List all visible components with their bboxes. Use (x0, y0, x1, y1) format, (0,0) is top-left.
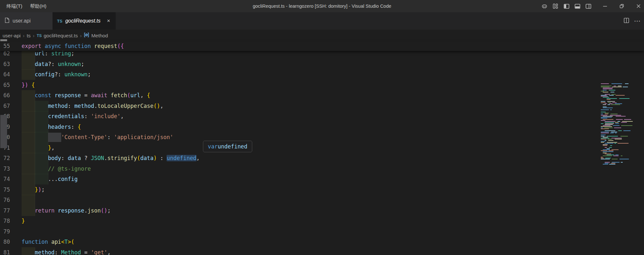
code-line-67[interactable]: 67method: method.toLocaleUpperCase(), (0, 101, 599, 111)
tab-label: user.api (13, 18, 31, 24)
line-number[interactable]: 55 (0, 42, 10, 51)
line-number[interactable]: 74 (0, 174, 10, 184)
code-line-63[interactable]: 63data?: unknown; (0, 59, 599, 70)
indent-guide-band (35, 101, 48, 111)
close-icon[interactable] (633, 0, 644, 12)
menubar: 终端(T) 帮助(H) (0, 2, 50, 11)
breadcrumb-separator: › (80, 33, 82, 38)
code-line-75[interactable]: 75}); (0, 184, 599, 195)
code-text: } (22, 216, 25, 226)
breadcrumb: user-api › ts › TS gocliRequest.ts › Met… (0, 30, 644, 42)
line-number[interactable]: 77 (0, 205, 10, 216)
indent-guide-band (35, 122, 48, 132)
code-line-66[interactable]: 66const response = await fetch(url, { (0, 90, 599, 101)
code-text: 'Content-Type': 'application/json' (61, 132, 173, 143)
tab-goclirequest[interactable]: TS gocliRequest.ts × (53, 12, 116, 30)
titlebar: 终端(T) 帮助(H) gocliRequest.ts - learngozer… (0, 0, 644, 12)
code-text: method: method.toLocaleUpperCase(), (48, 101, 163, 111)
code-line-69[interactable]: 69headers: { (0, 122, 599, 132)
split-editor-icon[interactable] (623, 17, 630, 25)
code-line-78[interactable]: 78} (0, 216, 599, 226)
indent-guide-band (22, 184, 35, 195)
panel-left-icon[interactable] (561, 0, 572, 12)
code-line-77[interactable]: 77return response.json(); (0, 205, 599, 216)
code-text: method: Method = 'get', (35, 247, 111, 255)
tab-close-icon[interactable]: × (106, 18, 111, 24)
code-text: headers: { (48, 122, 81, 132)
indent-guide-band (22, 164, 35, 174)
code-line-81[interactable]: 81method: Method = 'get', (0, 247, 599, 255)
breadcrumb-separator: › (33, 33, 34, 38)
code-line-55[interactable]: 55export async function request({ (0, 42, 599, 51)
line-number[interactable]: 80 (0, 237, 10, 247)
line-number[interactable]: 63 (0, 59, 10, 70)
indent-guide-band (22, 122, 35, 132)
indent-guide-band (35, 153, 48, 164)
line-number[interactable]: 79 (0, 226, 10, 237)
line-number[interactable]: 65 (0, 80, 10, 90)
code-text: }); (35, 184, 45, 195)
breadcrumb-item-ts-folder[interactable]: ts (27, 33, 31, 39)
line-number[interactable]: 78 (0, 216, 10, 226)
indent-guide-band (35, 164, 48, 174)
panel-bottom-icon[interactable] (572, 0, 583, 12)
customize-layout-icon[interactable] (550, 0, 561, 12)
scrollbar-top-mark (0, 39, 7, 41)
code-editor[interactable]: 62url: string;63data?: unknown;64config?… (0, 42, 644, 255)
code-line-71[interactable]: 71}, (0, 143, 599, 153)
code-line-65[interactable]: 65}) { (0, 80, 599, 90)
code-text: body: data ? JSON.stringify(data) : unde… (48, 153, 200, 164)
tab-user-api[interactable]: user.api (0, 12, 53, 30)
line-number[interactable]: 67 (0, 101, 10, 111)
panel-right-icon[interactable] (583, 0, 594, 12)
tooltip-value: undefined (218, 143, 247, 150)
menu-help[interactable]: 帮助(H) (27, 2, 50, 11)
ts-icon: TS (57, 19, 62, 24)
tab-label: gocliRequest.ts (65, 18, 101, 24)
minimap[interactable] (599, 83, 636, 255)
indent-guide-band (22, 174, 35, 184)
indent-guide-band (22, 143, 35, 153)
breadcrumb-item-symbol[interactable]: Method (84, 32, 108, 39)
indent-guide-band (35, 143, 48, 153)
symbol-method-icon (84, 32, 89, 39)
menu-terminal[interactable]: 终端(T) (3, 2, 25, 11)
code-text: config?: unknown; (35, 69, 91, 80)
line-number[interactable]: 76 (0, 195, 10, 205)
sticky-scroll-line[interactable]: 55export async function request({ (0, 42, 644, 51)
minimize-icon[interactable] (600, 0, 610, 12)
file-icon (5, 17, 10, 24)
editor-actions: ⋯ (623, 12, 641, 30)
code-text: }, (48, 143, 55, 153)
indent-guide-band (22, 90, 35, 101)
indent-guide-band (22, 132, 35, 143)
code-line-64[interactable]: 64config?: unknown; (0, 69, 599, 80)
code-text: // @ts-ignore (48, 164, 91, 174)
indent-guide-band (22, 247, 35, 255)
breadcrumb-item-folder[interactable]: user-api (3, 33, 21, 39)
line-number[interactable]: 66 (0, 90, 10, 101)
copilot-icon[interactable] (539, 0, 550, 12)
line-number[interactable]: 81 (0, 247, 10, 255)
code-line-79[interactable]: 79 (0, 226, 599, 237)
code-line-73[interactable]: 73// @ts-ignore (0, 164, 599, 174)
line-number[interactable]: 73 (0, 164, 10, 174)
code-line-74[interactable]: 74...config (0, 174, 599, 184)
line-number[interactable]: 75 (0, 184, 10, 195)
code-text: return response.json(); (35, 205, 111, 216)
more-actions-icon[interactable]: ⋯ (634, 17, 641, 25)
code-line-72[interactable]: 72body: data ? JSON.stringify(data) : un… (0, 153, 599, 164)
restore-icon[interactable] (616, 0, 627, 12)
code-line-80[interactable]: 80function api<T>( (0, 237, 599, 247)
line-number[interactable]: 72 (0, 153, 10, 164)
breadcrumb-item-file[interactable]: TS gocliRequest.ts (37, 33, 78, 39)
indent-guide-band (22, 111, 35, 122)
line-number[interactable]: 64 (0, 69, 10, 80)
code-line-70[interactable]: 70'Content-Type': 'application/json' (0, 132, 599, 143)
code-line-76[interactable]: 76 (0, 195, 599, 205)
code-text: data?: unknown; (35, 59, 84, 70)
scrollbar-thumb[interactable] (0, 115, 7, 148)
code-text: ...config (48, 174, 78, 184)
indent-guide-band (35, 111, 48, 122)
code-line-68[interactable]: 68credentials: 'include', (0, 111, 599, 122)
